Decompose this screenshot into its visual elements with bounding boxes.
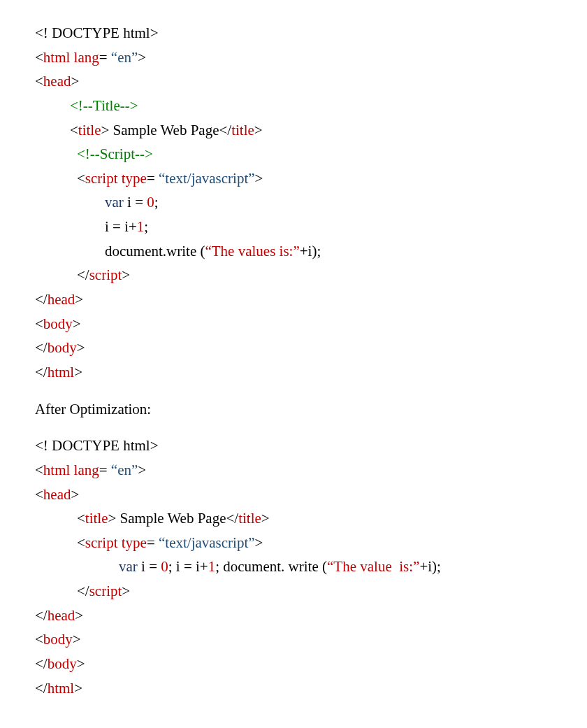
text: < bbox=[77, 510, 85, 527]
text: > bbox=[71, 73, 80, 90]
text: </ bbox=[35, 655, 48, 672]
text: </ bbox=[35, 680, 48, 697]
tag: html bbox=[48, 680, 75, 697]
tag: head bbox=[43, 486, 71, 503]
string: “The value is:” bbox=[327, 558, 419, 575]
text: > bbox=[122, 266, 130, 283]
comment: <!--Title--> bbox=[70, 97, 138, 114]
text: ; document. write ( bbox=[215, 558, 327, 575]
number: 0 bbox=[147, 194, 154, 210]
text: < bbox=[35, 486, 43, 503]
attr: type bbox=[122, 534, 147, 551]
text: i = bbox=[138, 558, 161, 575]
text: = bbox=[99, 49, 111, 66]
text: i = bbox=[124, 194, 147, 210]
value: “en” bbox=[111, 462, 138, 478]
code-line: <head> bbox=[35, 69, 552, 94]
attr: lang bbox=[74, 49, 99, 66]
text: </ bbox=[35, 364, 48, 380]
code-line: <body> bbox=[35, 627, 552, 652]
text: > bbox=[74, 680, 82, 697]
text: > Sample Web Page</ bbox=[101, 122, 232, 138]
code-line: </html> bbox=[35, 360, 552, 385]
text: <! DOCTYPE html> bbox=[35, 437, 159, 454]
code-line: <html lang= “en”> bbox=[35, 458, 552, 483]
tag: body bbox=[43, 631, 73, 648]
value: “en” bbox=[111, 49, 138, 66]
tag: head bbox=[43, 73, 71, 90]
text: < bbox=[70, 122, 78, 138]
section-label: After Optimization: bbox=[35, 397, 552, 422]
tag: script bbox=[89, 583, 122, 599]
text: > bbox=[74, 364, 82, 380]
number: 1 bbox=[208, 558, 216, 575]
tag: script bbox=[85, 534, 118, 551]
text: < bbox=[35, 73, 43, 90]
text: = bbox=[147, 534, 159, 551]
text: > bbox=[255, 170, 263, 187]
value: “text/javascript” bbox=[159, 170, 255, 187]
text: > bbox=[71, 486, 80, 503]
code-line: </script> bbox=[35, 579, 552, 604]
text: ; bbox=[144, 218, 148, 235]
text: < bbox=[35, 49, 43, 66]
text: < bbox=[35, 631, 43, 648]
code-line: </body> bbox=[35, 336, 552, 360]
number: 1 bbox=[137, 218, 145, 235]
text: < bbox=[77, 170, 85, 187]
text: < bbox=[77, 534, 85, 551]
keyword: var bbox=[105, 194, 124, 210]
text: > Sample Web Page</ bbox=[108, 510, 239, 527]
code-line: </head> bbox=[35, 287, 552, 312]
text: > bbox=[77, 655, 85, 672]
text: +i); bbox=[419, 558, 441, 575]
code-line: </script> bbox=[35, 263, 552, 287]
code-line: <html lang= “en”> bbox=[35, 45, 552, 70]
code-line: <!--Script--> bbox=[35, 142, 552, 166]
code-line: </html> bbox=[35, 676, 552, 701]
code-line: <title> Sample Web Page</title> bbox=[35, 118, 552, 143]
tag: body bbox=[43, 315, 73, 332]
text: document.write ( bbox=[105, 243, 205, 259]
value: “text/javascript” bbox=[159, 534, 255, 551]
text: < bbox=[35, 315, 43, 332]
keyword: var bbox=[119, 558, 138, 575]
text: ; i = i+ bbox=[168, 558, 208, 575]
text: > bbox=[73, 315, 81, 332]
code-line: <! DOCTYPE html> bbox=[35, 21, 552, 45]
tag: head bbox=[48, 607, 75, 624]
text: > bbox=[255, 534, 263, 551]
text: > bbox=[138, 49, 146, 66]
text: > bbox=[73, 631, 81, 648]
text: > bbox=[254, 122, 263, 138]
text: > bbox=[77, 339, 85, 356]
tag: body bbox=[48, 339, 77, 356]
text: > bbox=[122, 583, 130, 599]
code-line: var i = 0; bbox=[35, 190, 552, 215]
tag: title bbox=[231, 122, 254, 138]
code-line: <body> bbox=[35, 312, 552, 336]
code-line: <title> Sample Web Page</title> bbox=[35, 506, 552, 531]
text: = bbox=[147, 170, 159, 187]
code-line: <head> bbox=[35, 483, 552, 507]
tag: title bbox=[78, 122, 101, 138]
attr: type bbox=[122, 170, 147, 187]
tag: html bbox=[43, 49, 71, 66]
tag: html bbox=[43, 462, 71, 478]
attr: lang bbox=[74, 462, 99, 478]
text: <! DOCTYPE html> bbox=[35, 24, 159, 41]
tag: script bbox=[85, 170, 118, 187]
code-line: </head> bbox=[35, 604, 552, 628]
tag: title bbox=[238, 510, 261, 527]
text: ; bbox=[154, 194, 159, 210]
text: </ bbox=[35, 291, 48, 308]
text: > bbox=[138, 462, 146, 478]
code-line: <! DOCTYPE html> bbox=[35, 434, 552, 458]
text: = bbox=[99, 462, 111, 478]
code-line: <script type= “text/javascript”> bbox=[35, 166, 552, 191]
number: 0 bbox=[161, 558, 168, 575]
text: </ bbox=[77, 266, 89, 283]
text: +i); bbox=[300, 243, 321, 259]
code-line: i = i+1; bbox=[35, 215, 552, 239]
text: </ bbox=[35, 339, 48, 356]
